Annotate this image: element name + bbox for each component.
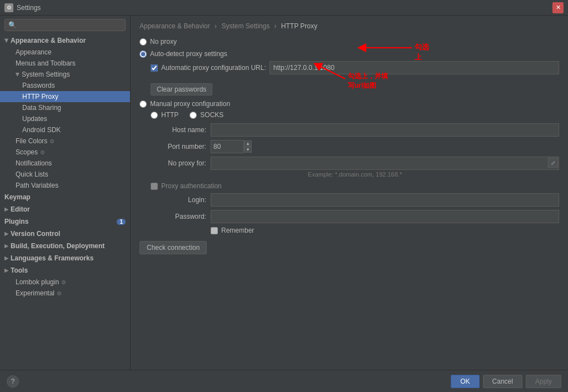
sidebar-label: Notifications <box>16 159 52 167</box>
sidebar-item-keymap[interactable]: Keymap <box>0 191 130 203</box>
sidebar-item-updates[interactable]: Updates <box>0 113 130 124</box>
hostname-input[interactable] <box>211 123 559 137</box>
ok-button[interactable]: OK <box>451 375 479 388</box>
sidebar-item-build-execution[interactable]: ▶ Build, Execution, Deployment <box>0 240 130 252</box>
http-socks-row: HTTP SOCKS <box>151 111 559 119</box>
sidebar-label: Experimental <box>16 289 54 297</box>
no-proxy-radio[interactable] <box>139 38 147 46</box>
auto-proxy-url-checkbox[interactable] <box>151 64 158 72</box>
sidebar-item-http-proxy[interactable]: HTTP Proxy <box>0 91 130 102</box>
close-button[interactable]: ✕ <box>552 2 564 13</box>
cancel-button[interactable]: Cancel <box>483 375 522 388</box>
sidebar-item-lombok-plugin[interactable]: Lombok plugin ⚙ <box>0 277 130 288</box>
socks-radio[interactable] <box>190 112 197 119</box>
no-proxy-label: No proxy <box>150 38 177 46</box>
no-proxy-for-input[interactable] <box>211 157 559 170</box>
sidebar-item-tools[interactable]: ▶ Tools <box>0 264 130 277</box>
http-radio[interactable] <box>151 112 158 119</box>
sidebar-label: Editor <box>11 205 30 213</box>
spinner-up-button[interactable]: ▲ <box>244 140 252 147</box>
sidebar-item-languages-frameworks[interactable]: ▶ Languages & Frameworks <box>0 252 130 264</box>
clear-passwords-button[interactable]: Clear passwords <box>151 83 212 96</box>
sidebar-item-editor[interactable]: ▶ Editor <box>0 203 130 215</box>
auto-detect-row[interactable]: Auto-detect proxy settings <box>139 50 559 58</box>
proxy-auth-row[interactable]: Proxy authentication <box>151 182 559 190</box>
no-proxy-for-label: No proxy for: <box>151 159 206 167</box>
password-label: Password: <box>151 213 206 220</box>
hostname-label: Host name: <box>151 126 206 134</box>
breadcrumb-part2: System Settings <box>221 22 270 30</box>
manual-proxy-label: Manual proxy configuration <box>150 100 230 108</box>
spinner-down-button[interactable]: ▼ <box>244 147 252 153</box>
auto-proxy-url-label: Automatic proxy configuration URL: <box>161 64 266 72</box>
proxy-auth-label: Proxy authentication <box>161 182 222 190</box>
manual-proxy-row[interactable]: Manual proxy configuration <box>139 100 559 108</box>
no-proxy-row[interactable]: No proxy <box>139 38 559 46</box>
auto-proxy-url-row: Automatic proxy configuration URL: <box>151 61 559 74</box>
sidebar-label: Keymap <box>4 193 31 201</box>
sidebar-label: Quick Lists <box>16 170 48 178</box>
search-input[interactable] <box>4 19 126 31</box>
hostname-row: Host name: <box>151 123 559 137</box>
app-icon: ⚙ <box>4 3 13 12</box>
sidebar-item-notifications[interactable]: Notifications <box>0 158 130 169</box>
sidebar-item-menus-toolbars[interactable]: Menus and Toolbars <box>0 58 130 69</box>
apply-button[interactable]: Apply <box>526 375 561 388</box>
breadcrumb-sep1: › <box>215 22 217 30</box>
breadcrumb: Appearance & Behavior › System Settings … <box>139 22 559 30</box>
sidebar-item-file-colors[interactable]: File Colors ⚙ <box>0 135 130 147</box>
sidebar-item-data-sharing[interactable]: Data Sharing <box>0 102 130 113</box>
sidebar-item-appearance[interactable]: Appearance <box>0 47 130 58</box>
auto-detect-label: Auto-detect proxy settings <box>150 50 227 58</box>
socks-label: SOCKS <box>200 111 223 119</box>
expand-arrow: ▶ <box>4 243 8 249</box>
sidebar-label: Appearance <box>16 48 52 56</box>
sidebar-item-scopes[interactable]: Scopes ⚙ <box>0 147 130 158</box>
sidebar-item-passwords[interactable]: Passwords <box>0 80 130 91</box>
port-row: Port number: ▲ ▼ <box>151 140 559 153</box>
no-proxy-hint: Example: *.domain.com, 192.168.* <box>151 171 559 178</box>
auto-proxy-config-block: Automatic proxy configuration URL: <box>151 61 559 96</box>
help-button[interactable]: ? <box>7 375 19 388</box>
sidebar-item-experimental[interactable]: Experimental ⚙ <box>0 288 130 299</box>
sidebar-label: Updates <box>22 115 47 123</box>
expand-no-proxy-button[interactable]: ⤢ <box>548 158 558 168</box>
port-label: Port number: <box>151 143 206 150</box>
sidebar-item-appearance-behavior[interactable]: ▶ Appearance & Behavior <box>0 34 130 47</box>
sidebar-item-system-settings[interactable]: ▶ System Settings <box>0 69 130 80</box>
bottom-bar: ? OK Cancel Apply <box>0 370 568 392</box>
remember-row[interactable]: Remember <box>211 227 559 234</box>
auto-detect-radio[interactable] <box>139 51 147 58</box>
remember-label: Remember <box>221 227 254 234</box>
sidebar-label: Android SDK <box>22 126 61 134</box>
sidebar-label: Build, Execution, Deployment <box>11 242 104 250</box>
login-input[interactable] <box>211 193 559 207</box>
check-connection-button[interactable]: Check connection <box>139 241 207 254</box>
login-row: Login: <box>151 193 559 207</box>
sidebar-item-quick-lists[interactable]: Quick Lists <box>0 169 130 180</box>
clear-passwords-row: Clear passwords <box>151 83 559 96</box>
expand-arrow: ▶ <box>4 39 9 43</box>
sidebar-item-path-variables[interactable]: Path Variables <box>0 180 130 191</box>
proxy-url-input[interactable] <box>270 61 559 74</box>
spinner-buttons: ▲ ▼ <box>244 140 252 153</box>
sidebar-item-android-sdk[interactable]: Android SDK <box>0 124 130 135</box>
expand-arrow: ▶ <box>4 255 8 261</box>
breadcrumb-sep2: › <box>274 22 276 30</box>
socks-radio-row[interactable]: SOCKS <box>190 111 223 119</box>
port-input[interactable] <box>211 140 244 153</box>
expand-arrow: ▶ <box>15 73 21 77</box>
proxy-settings-panel: No proxy Auto-detect proxy settings 勾选上 <box>139 38 559 254</box>
manual-proxy-radio[interactable] <box>139 100 147 108</box>
sidebar-item-plugins[interactable]: Plugins 1 <box>0 215 130 228</box>
breadcrumb-current: HTTP Proxy <box>281 22 317 30</box>
settings-icon: ⚙ <box>49 138 54 144</box>
sidebar-item-version-control[interactable]: ▶ Version Control <box>0 228 130 240</box>
check-connection-row: Check connection <box>139 234 559 254</box>
http-label: HTTP <box>161 111 178 119</box>
sidebar-label: Languages & Frameworks <box>11 254 93 262</box>
password-input[interactable] <box>211 210 559 223</box>
proxy-auth-checkbox[interactable] <box>151 183 158 190</box>
remember-checkbox[interactable] <box>211 227 218 234</box>
http-radio-row[interactable]: HTTP <box>151 111 178 119</box>
